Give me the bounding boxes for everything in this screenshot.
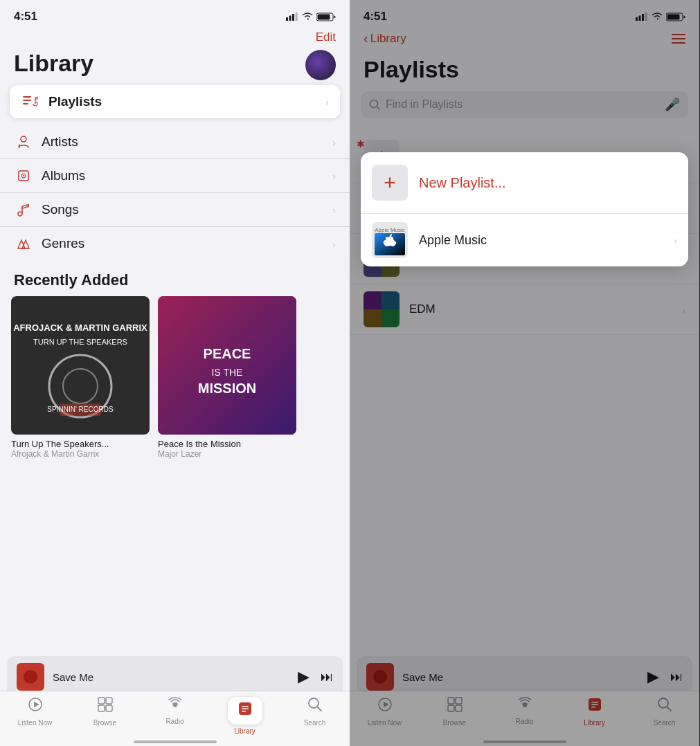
- playlists-label: Playlists: [48, 94, 325, 109]
- svg-rect-38: [242, 706, 249, 707]
- svg-text:TURN UP THE SPEAKERS: TURN UP THE SPEAKERS: [33, 338, 127, 346]
- wifi-icon-left: [302, 12, 313, 21]
- svg-rect-34: [98, 705, 105, 711]
- tab-bar-left: Listen Now Browse: [0, 691, 350, 746]
- songs-label: Songs: [42, 202, 332, 217]
- album-title-2: Peace Is the Mission: [158, 439, 296, 449]
- playlist-icon: [21, 95, 40, 108]
- albums-label: Albums: [42, 168, 332, 183]
- album-artist-1: Afrojack & Martin Garrix: [11, 449, 150, 459]
- apple-music-row[interactable]: Apple Music Apple Music ›: [361, 214, 688, 266]
- recently-added-grid: AFROJACK & MARTIN GARRIX TURN UP THE SPE…: [0, 296, 350, 459]
- edit-button[interactable]: Edit: [316, 30, 336, 44]
- radio-label-left: Radio: [165, 718, 183, 725]
- playlists-chevron: ›: [325, 96, 329, 108]
- apple-music-chevron: ›: [674, 235, 677, 246]
- svg-text:AFROJACK & MARTIN GARRIX: AFROJACK & MARTIN GARRIX: [13, 322, 147, 333]
- apple-music-label: Apple Music: [419, 233, 663, 248]
- popup-card: + New Playlist... Apple Music: [361, 152, 688, 266]
- avatar-left[interactable]: [305, 50, 336, 80]
- album-card-1[interactable]: AFROJACK & MARTIN GARRIX TURN UP THE SPE…: [11, 296, 150, 459]
- album-icon: [14, 169, 33, 183]
- plus-icon-box: +: [372, 165, 408, 201]
- mini-player-controls-left: ▶ ⏭: [298, 668, 333, 686]
- svg-text:SPINNIN' RECORDS: SPINNIN' RECORDS: [47, 406, 114, 413]
- album-art-2: PEACE IS THE MISSION: [158, 296, 296, 435]
- listen-now-label-left: Listen Now: [18, 719, 52, 727]
- new-playlist-label: New Playlist...: [419, 175, 506, 191]
- album-artist-2: Major Lazer: [158, 449, 296, 459]
- browse-icon-left: [98, 697, 113, 716]
- svg-text:Apple Music: Apple Music: [375, 227, 405, 233]
- library-item-playlists[interactable]: Playlists ›: [10, 85, 340, 118]
- svg-rect-33: [106, 698, 112, 704]
- song-icon: [14, 203, 33, 217]
- library-label-left: Library: [234, 727, 255, 735]
- search-label-left: Search: [304, 719, 326, 727]
- right-panel: 4:51 ‹ Library: [350, 0, 699, 746]
- listen-now-icon-left: [27, 697, 44, 716]
- svg-point-9: [21, 136, 26, 142]
- battery-icon-left: [316, 12, 336, 21]
- mini-player-art-left: [17, 663, 44, 691]
- tab-listen-now-left[interactable]: Listen Now: [0, 697, 70, 727]
- artists-label: Artists: [42, 134, 332, 149]
- svg-rect-6: [23, 96, 31, 98]
- library-item-albums[interactable]: Albums ›: [0, 159, 350, 193]
- svg-text:IS THE: IS THE: [212, 367, 243, 378]
- svg-rect-2: [292, 14, 294, 21]
- genre-icon: [14, 237, 33, 251]
- svg-rect-8: [23, 103, 28, 104]
- svg-rect-40: [242, 711, 246, 712]
- library-active-bg-left: [228, 697, 262, 725]
- svg-line-42: [317, 707, 321, 711]
- time-left: 4:51: [14, 10, 37, 24]
- library-item-artists[interactable]: Artists ›: [0, 125, 350, 159]
- svg-rect-1: [289, 16, 291, 21]
- left-panel: 4:51 Edit: [0, 0, 350, 746]
- genres-label: Genres: [42, 236, 332, 251]
- svg-rect-0: [286, 17, 288, 21]
- library-icon-left: [237, 702, 253, 720]
- library-title: Library: [14, 50, 336, 77]
- home-indicator-left: [134, 740, 217, 743]
- library-item-genres[interactable]: Genres ›: [0, 227, 350, 260]
- tab-library-left[interactable]: Library: [210, 697, 280, 735]
- play-button-left[interactable]: ▶: [298, 668, 309, 686]
- radio-icon-left: [167, 697, 183, 715]
- svg-text:MISSION: MISSION: [198, 381, 256, 396]
- apple-music-art: Apple Music: [372, 222, 408, 258]
- svg-text:PEACE: PEACE: [204, 346, 251, 361]
- svg-rect-7: [23, 100, 31, 101]
- tab-radio-left[interactable]: Radio: [140, 697, 210, 725]
- library-items-list: Artists › Albums › Songs ›: [0, 125, 350, 260]
- browse-label-left: Browse: [93, 719, 116, 727]
- mini-player-title-left: Save Me: [53, 671, 289, 683]
- forward-button-left[interactable]: ⏭: [321, 670, 333, 684]
- search-icon-left: [307, 697, 323, 716]
- playlists-highlighted-row: Playlists ›: [10, 85, 340, 118]
- playlist-svg: [23, 95, 38, 108]
- album-card-2[interactable]: PEACE IS THE MISSION Peace Is the Missio…: [158, 296, 296, 459]
- album-title-1: Turn Up The Speakers...: [11, 439, 150, 449]
- library-item-songs[interactable]: Songs ›: [0, 193, 350, 227]
- svg-rect-3: [296, 12, 298, 21]
- svg-rect-32: [98, 698, 105, 704]
- svg-point-13: [23, 175, 24, 176]
- svg-point-29: [24, 670, 37, 684]
- svg-rect-5: [318, 14, 330, 19]
- tab-search-left[interactable]: Search: [280, 697, 350, 727]
- status-bar-left: 4:51: [0, 0, 350, 28]
- svg-rect-24: [158, 296, 296, 435]
- artist-icon: [14, 135, 33, 149]
- tab-browse-left[interactable]: Browse: [70, 697, 140, 727]
- recently-added-header: Recently Added: [0, 260, 350, 296]
- dimmed-overlay: [350, 0, 699, 746]
- nav-bar-left: Edit: [0, 28, 350, 50]
- svg-rect-39: [242, 709, 249, 710]
- svg-rect-35: [106, 705, 112, 711]
- album-art-1: AFROJACK & MARTIN GARRIX TURN UP THE SPE…: [11, 296, 150, 435]
- status-icons-left: [286, 12, 336, 21]
- new-playlist-row[interactable]: + New Playlist...: [361, 152, 688, 214]
- signal-icon-left: [286, 12, 298, 21]
